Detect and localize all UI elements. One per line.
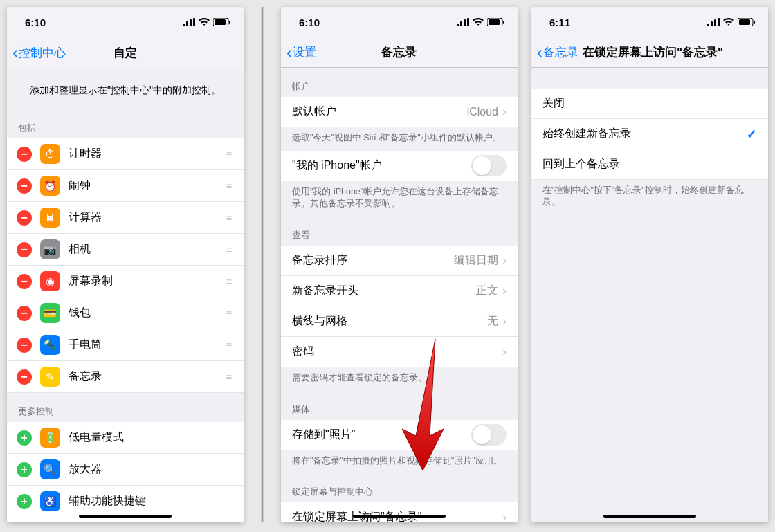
chevron-right-icon: › bbox=[502, 345, 507, 359]
control-row: −⏱计时器≡ bbox=[7, 138, 244, 170]
control-row: −◉屏幕录制≡ bbox=[7, 266, 244, 297]
remove-button[interactable]: − bbox=[17, 210, 32, 226]
cell-label: 横线与网格 bbox=[292, 314, 487, 329]
cell-label: 默认帐户 bbox=[292, 104, 467, 119]
remove-button[interactable]: − bbox=[17, 242, 32, 257]
cell-label: 备忘录排序 bbox=[292, 253, 454, 268]
cell-label: 存储到"照片" bbox=[292, 428, 471, 442]
control-row: −🖩计算器≡ bbox=[7, 202, 244, 234]
status-icons bbox=[457, 18, 505, 26]
app-icon: 🔋 bbox=[40, 428, 60, 448]
cell-value: 正文 bbox=[476, 284, 498, 298]
footer-iphone-account: 使用"我的 iPhone"帐户允许您在这台设备上存储备忘录。其他备忘录不受影响。 bbox=[281, 181, 518, 217]
control-label: 备忘录 bbox=[69, 369, 226, 384]
app-icon: ◉ bbox=[40, 271, 60, 291]
group-header-more: 更多控制 bbox=[7, 393, 244, 422]
toggle-off[interactable] bbox=[471, 424, 507, 446]
svg-rect-19 bbox=[739, 19, 750, 25]
cell-value: 无 bbox=[487, 314, 498, 329]
status-bar: 6:10 bbox=[281, 7, 518, 37]
remove-button[interactable]: − bbox=[17, 274, 32, 289]
app-icon: ✎ bbox=[40, 367, 60, 387]
back-label: 设置 bbox=[293, 44, 316, 60]
remove-button[interactable]: − bbox=[17, 338, 32, 353]
cell-access-lockscreen[interactable]: 在锁定屏幕上访问"备忘录"› bbox=[281, 502, 518, 522]
back-label: 控制中心 bbox=[19, 45, 66, 61]
status-icons bbox=[707, 18, 756, 26]
home-indicator bbox=[353, 515, 446, 518]
nav-title: 备忘录 bbox=[281, 44, 518, 60]
svg-rect-3 bbox=[193, 18, 195, 26]
chevron-right-icon: › bbox=[502, 314, 507, 329]
control-label: 屏幕录制 bbox=[69, 274, 226, 288]
chevron-left-icon: ‹ bbox=[537, 44, 542, 61]
cellular-icon bbox=[183, 18, 195, 26]
screenshot-notes-settings: 6:10 ‹设置 备忘录 帐户 默认帐户 iCloud › 选取"今天"视图中 … bbox=[281, 7, 518, 522]
chevron-right-icon: › bbox=[502, 510, 507, 522]
back-button[interactable]: ‹设置 bbox=[281, 44, 316, 61]
cell-label: 关闭 bbox=[542, 96, 757, 111]
app-icon: 🔦 bbox=[40, 335, 60, 355]
group-header-media: 媒体 bbox=[281, 391, 518, 420]
svg-rect-17 bbox=[718, 18, 720, 26]
control-label: 放大器 bbox=[69, 462, 232, 477]
option-off[interactable]: 关闭 bbox=[531, 89, 768, 119]
app-icon: 📷 bbox=[40, 239, 60, 259]
drag-handle-icon[interactable]: ≡ bbox=[226, 340, 232, 351]
control-row: −🔦手电筒≡ bbox=[7, 329, 244, 361]
content: 帐户 默认帐户 iCloud › 选取"今天"视图中 Siri 和"备忘录"小组… bbox=[281, 68, 518, 522]
drag-handle-icon[interactable]: ≡ bbox=[226, 308, 232, 319]
control-row: −⏰闹钟≡ bbox=[7, 170, 244, 202]
control-label: 低电量模式 bbox=[69, 430, 232, 445]
cell-lines[interactable]: 横线与网格无› bbox=[281, 306, 518, 337]
add-button[interactable]: + bbox=[17, 494, 32, 509]
drag-handle-icon[interactable]: ≡ bbox=[226, 149, 232, 160]
drag-handle-icon[interactable]: ≡ bbox=[226, 276, 232, 287]
control-row: +♿辅助功能快捷键 bbox=[7, 486, 244, 517]
cell-save-photos[interactable]: 存储到"照片" bbox=[281, 420, 518, 450]
cell-sort[interactable]: 备忘录排序编辑日期› bbox=[281, 246, 518, 276]
back-button[interactable]: ‹备忘录 bbox=[531, 44, 578, 61]
drag-handle-icon[interactable]: ≡ bbox=[226, 244, 232, 255]
toggle-off[interactable] bbox=[471, 155, 507, 176]
screenshot-lockscreen-access: 6:11 ‹备忘录 在锁定屏幕上访问"备忘录" 关闭 始终创建新备忘录✓ 回到上… bbox=[531, 7, 768, 522]
remove-button[interactable]: − bbox=[17, 306, 32, 321]
intro-text: 添加和整理显示在"控制中心"中的附加控制。 bbox=[7, 68, 244, 109]
remove-button[interactable]: − bbox=[17, 147, 32, 162]
svg-rect-0 bbox=[183, 24, 185, 26]
footer-password: 需要密码才能查看锁定的备忘录。 bbox=[281, 367, 518, 391]
cell-new-start[interactable]: 新备忘录开头正文› bbox=[281, 276, 518, 306]
cell-iphone-account[interactable]: "我的 iPhone"帐户 bbox=[281, 151, 518, 181]
cellular-icon bbox=[457, 18, 469, 26]
control-row: −💳钱包≡ bbox=[7, 297, 244, 329]
svg-rect-8 bbox=[460, 21, 462, 26]
status-time: 6:11 bbox=[549, 17, 570, 28]
cell-password[interactable]: 密码› bbox=[281, 337, 518, 367]
option-always-new[interactable]: 始终创建新备忘录✓ bbox=[531, 119, 768, 149]
chevron-left-icon: ‹ bbox=[12, 44, 18, 61]
add-button[interactable]: + bbox=[17, 430, 32, 446]
remove-button[interactable]: − bbox=[17, 178, 32, 194]
drag-handle-icon[interactable]: ≡ bbox=[226, 181, 232, 192]
back-button[interactable]: ‹控制中心 bbox=[7, 44, 66, 61]
drag-handle-icon[interactable]: ≡ bbox=[226, 372, 232, 383]
cell-label: "我的 iPhone"帐户 bbox=[292, 158, 471, 173]
nav-title: 在锁定屏幕上访问"备忘录" bbox=[583, 44, 723, 60]
content: 添加和整理显示在"控制中心"中的附加控制。 包括 −⏱计时器≡−⏰闹钟≡−🖩计算… bbox=[7, 68, 244, 522]
battery-icon bbox=[738, 18, 756, 26]
footer-save-photos: 将在"备忘录"中拍摄的照片和视频存储到"照片"应用。 bbox=[281, 450, 518, 474]
drag-handle-icon[interactable]: ≡ bbox=[226, 212, 232, 223]
group-header-included: 包括 bbox=[7, 109, 244, 138]
status-time: 6:10 bbox=[25, 17, 46, 28]
chevron-right-icon: › bbox=[502, 253, 507, 268]
app-icon: ⏱ bbox=[40, 144, 60, 164]
cell-default-account[interactable]: 默认帐户 iCloud › bbox=[281, 97, 518, 127]
remove-button[interactable]: − bbox=[17, 369, 32, 385]
svg-rect-5 bbox=[215, 19, 226, 25]
option-resume-last[interactable]: 回到上个备忘录 bbox=[531, 149, 768, 180]
add-button[interactable]: + bbox=[17, 462, 32, 477]
cellular-icon bbox=[707, 18, 720, 26]
battery-icon bbox=[487, 18, 505, 26]
back-label: 备忘录 bbox=[543, 44, 578, 60]
svg-rect-9 bbox=[464, 19, 466, 26]
